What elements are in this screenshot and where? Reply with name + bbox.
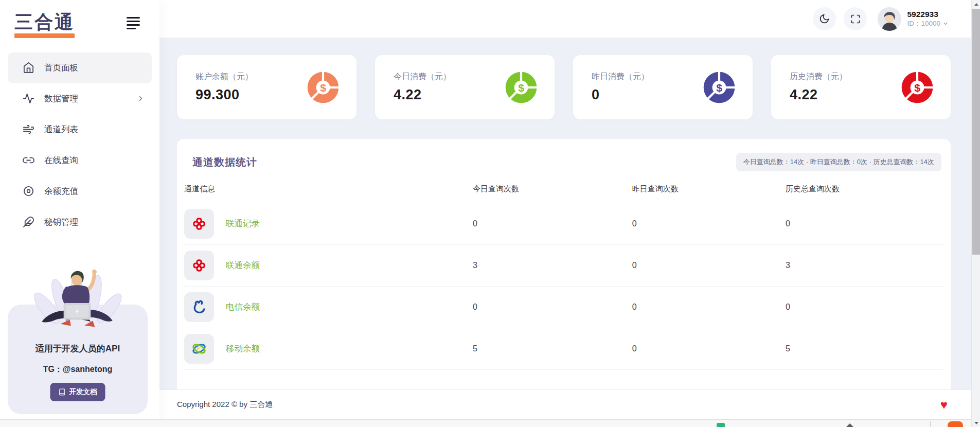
scroll-up-button[interactable] [972,0,980,8]
dev-docs-button-label: 开发文档 [69,387,97,397]
copyright-text: Copyright 2022 © by 三合通 [177,400,273,410]
dollar-donut-icon: $ [703,72,735,103]
fullscreen-icon [850,14,861,24]
brand-logo[interactable]: 三合通 [14,12,75,38]
total-count: 5 [786,344,943,353]
col-header-yesterday: 昨日查询次数 [632,184,786,194]
stat-card-account-balance: 账户余额（元） 99.300 $ [177,55,357,119]
footer: Copyright 2022 © by 三合通 ♥ [159,389,971,419]
dollar-donut-icon: $ [505,72,537,103]
dollar-donut-icon: $ [901,72,933,103]
stat-card-value: 4.22 [790,87,847,103]
sidebar-menu: 首页面板 数据管理 通道列表 在线查询 余 [0,52,159,238]
moon-icon [819,13,830,24]
brand-logo-text: 三合通 [14,12,75,32]
sidebar-item-label: 余额充值 [44,186,78,197]
chevron-right-icon [137,95,145,102]
dollar-donut-icon: $ [307,72,339,103]
col-header-channel: 通道信息 [184,184,473,194]
developer-promo-card: 适用于开发人员的API TG：@sanhetong 开发文档 [8,305,148,414]
table-row: 联通记录 0 0 0 [184,203,943,245]
topbar: 5922933 ID：10000 [159,0,971,38]
cutoff-dark-icon [846,423,853,427]
total-count: 3 [786,261,943,270]
today-count: 0 [473,219,632,228]
stat-card-label: 今日消费（元） [394,72,451,82]
sidebar-item-online-query[interactable]: 在线查询 [8,145,152,176]
dark-mode-button[interactable] [813,7,836,30]
link-icon [23,154,34,166]
china-telecom-logo-icon [184,292,214,322]
wind-icon [23,123,34,135]
channel-link[interactable]: 联通记录 [226,218,260,229]
sidebar: 三合通 首页面板 数据管理 通道列表 [0,0,159,427]
menu-toggle-icon[interactable] [127,17,140,31]
cutoff-green-icon [717,423,725,427]
fullscreen-button[interactable] [844,7,867,30]
yesterday-count: 0 [632,344,786,353]
query-summary-badge: 今日查询总数：14次 · 昨日查询总数：0次 · 历史总查询数：14次 [736,153,941,171]
total-count: 0 [786,219,943,228]
svg-text:$: $ [320,81,326,93]
stat-card-label: 昨日消费（元） [592,72,649,82]
sidebar-item-data[interactable]: 数据管理 [8,83,152,114]
stat-card-yesterday-spend: 昨日消费（元） 0 $ [573,55,753,119]
user-menu[interactable]: 5922933 ID：10000 [878,7,949,31]
today-count: 5 [473,344,632,353]
channel-link[interactable]: 移动余额 [226,343,260,354]
cutoff-orange-logo [948,421,963,427]
yesterday-count: 0 [632,303,786,312]
today-count: 0 [473,303,632,312]
table-header-row: 通道信息 今日查询次数 昨日查询次数 历史总查询次数 [184,182,943,203]
stat-card-history-spend: 历史消费（元） 4.22 $ [771,55,951,119]
svg-text:$: $ [914,81,920,93]
bottom-cutoff-strip [0,419,971,427]
channel-stats-panel: 通道数据统计 今日查询总数：14次 · 昨日查询总数：0次 · 历史总查询数：1… [177,139,951,399]
stat-card-value: 4.22 [394,87,451,103]
feather-pen-icon [23,216,34,228]
china-mobile-logo-icon [184,334,214,364]
sidebar-item-label: 在线查询 [44,155,78,166]
sidebar-item-recharge[interactable]: 余额充值 [8,176,152,207]
scroll-down-button[interactable] [972,419,980,427]
channel-link[interactable]: 联通余额 [226,260,260,271]
sidebar-item-home[interactable]: 首页面板 [8,52,152,83]
dev-docs-button[interactable]: 开发文档 [50,383,105,401]
sidebar-item-keys[interactable]: 秘钥管理 [8,207,152,238]
stat-card-today-spend: 今日消费（元） 4.22 $ [375,55,555,119]
table-row: 联通余额 3 0 3 [184,245,943,287]
username: 5922933 [907,9,949,19]
main-area: 5922933 ID：10000 账户余额（元） 99.300 $ [159,0,971,427]
user-id: ID：10000 [907,20,940,28]
sidebar-item-label: 首页面板 [44,62,78,74]
promo-text-api: 适用于开发人员的API [8,343,148,354]
table-row: 移动余额 5 0 5 [184,328,943,370]
yesterday-count: 0 [632,261,786,270]
chevron-down-icon [942,21,949,27]
vertical-scrollbar[interactable] [971,0,980,427]
cutoff-divider [930,421,931,427]
promo-text-telegram: TG：@sanhetong [8,364,148,375]
activity-icon [23,93,34,104]
stat-card-label: 账户余额（元） [195,72,253,82]
stat-card-label: 历史消费（元） [790,72,847,82]
scrollbar-thumb[interactable] [972,9,980,255]
stat-cards-row: 账户余额（元） 99.300 $ 今日消费（元） 4.22 $ 昨日消费（元） … [159,38,971,119]
stat-card-value: 0 [592,87,649,103]
heart-icon[interactable]: ♥ [940,399,948,411]
panel-title: 通道数据统计 [192,155,257,169]
china-unicom-logo-icon [184,209,214,239]
col-header-today: 今日查询次数 [473,184,632,194]
table-row: 电信余额 0 0 0 [184,287,943,328]
channel-link[interactable]: 电信余额 [226,301,260,313]
svg-text:$: $ [518,81,524,93]
china-unicom-logo-icon [184,251,214,280]
sidebar-item-channels[interactable]: 通道列表 [8,114,152,145]
disc-icon [23,185,34,197]
total-count: 0 [786,303,943,312]
sidebar-item-label: 数据管理 [44,93,78,104]
yesterday-count: 0 [632,219,786,228]
brand-logo-underline [14,33,75,38]
avatar [878,7,901,31]
today-count: 3 [473,261,632,270]
